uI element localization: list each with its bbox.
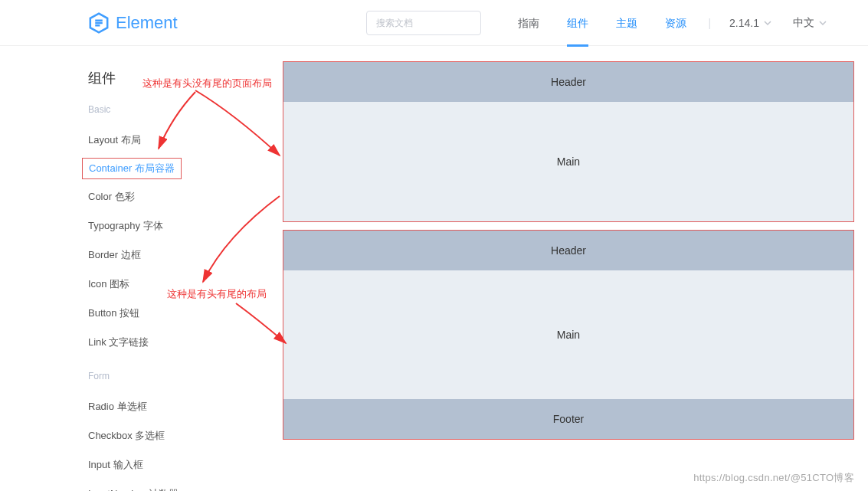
demo-header: Header: [283, 62, 853, 102]
watermark-right: @51CTO博客: [791, 472, 854, 483]
sidebar-item-typography[interactable]: Typography 字体: [88, 211, 280, 241]
sidebar-item-container[interactable]: Container 布局容器: [82, 158, 182, 179]
language-dropdown[interactable]: 中文: [782, 16, 837, 30]
demo-header-main: Header Main: [283, 61, 854, 222]
sidebar-item-link[interactable]: Link 文字链接: [88, 328, 280, 357]
nav-separator: |: [708, 17, 711, 29]
logo-text: Element: [116, 13, 178, 33]
annotation-2: 这种是有头有尾的布局: [167, 287, 267, 301]
chevron-down-icon: [764, 19, 771, 27]
sidebar-item-inputnumber[interactable]: InputNumber 计数器: [88, 480, 280, 491]
language-label: 中文: [793, 16, 814, 30]
nav-links: 指南 组件 主题 资源 | 2.14.1 中文: [504, 0, 837, 46]
nav-resources[interactable]: 资源: [651, 0, 700, 46]
chevron-down-icon: [819, 19, 827, 27]
sidebar-item-layout[interactable]: Layout 布局: [88, 126, 280, 155]
sidebar-item-checkbox[interactable]: Checkbox 多选框: [88, 421, 280, 450]
version-label: 2.14.1: [729, 17, 759, 29]
group-basic-label: Basic: [88, 104, 280, 115]
sidebar-item-radio[interactable]: Radio 单选框: [88, 392, 280, 421]
element-logo-icon: [88, 12, 110, 34]
page-body: 组件 Basic Layout 布局 Container 布局容器 Color …: [0, 46, 868, 491]
version-dropdown[interactable]: 2.14.1: [719, 17, 782, 29]
content-area: Header Main Header Main Footer: [280, 46, 868, 491]
group-form-label: Form: [88, 371, 280, 381]
sidebar: 组件 Basic Layout 布局 Container 布局容器 Color …: [88, 46, 280, 491]
sidebar-item-color[interactable]: Color 色彩: [88, 182, 280, 211]
search-input[interactable]: [366, 11, 481, 35]
demo-footer: Footer: [283, 399, 853, 439]
top-nav: Element 指南 组件 主题 资源 | 2.14.1 中文: [0, 0, 868, 46]
sidebar-item-input[interactable]: Input 输入框: [88, 450, 280, 480]
sidebar-item-button[interactable]: Button 按钮: [88, 299, 280, 328]
demo-main: Main: [283, 270, 853, 399]
nav-guide[interactable]: 指南: [504, 0, 553, 46]
logo[interactable]: Element: [88, 12, 178, 34]
nav-theme[interactable]: 主题: [602, 0, 651, 46]
demo-main: Main: [283, 102, 853, 221]
annotation-1: 这种是有头没有尾的页面布局: [142, 77, 272, 90]
watermark: https://blog.csdn.net/@51CTO博客: [693, 471, 854, 485]
nav-component[interactable]: 组件: [553, 0, 602, 46]
sidebar-item-border[interactable]: Border 边框: [88, 241, 280, 270]
demo-header: Header: [283, 231, 853, 270]
watermark-left: https://blog.csdn.net/: [693, 472, 791, 483]
demo-header-main-footer: Header Main Footer: [283, 230, 854, 440]
